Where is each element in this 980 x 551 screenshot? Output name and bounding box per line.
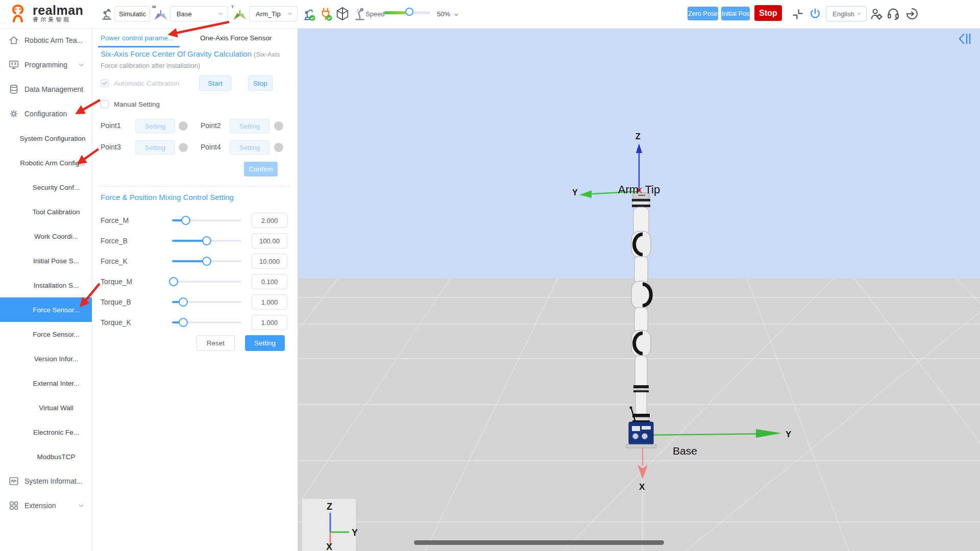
slider-fill xyxy=(172,260,207,262)
work-frame-value: Base xyxy=(177,10,192,18)
sidebar-item-force-sensor[interactable]: Force Sensor... xyxy=(0,297,92,322)
slider-value-input[interactable] xyxy=(252,254,287,269)
initial-pos-button[interactable]: Initial Pos xyxy=(721,7,750,20)
reset-button[interactable]: Reset xyxy=(197,335,235,351)
slider-label: Force_M xyxy=(101,213,129,228)
speed-percent: 50% xyxy=(437,10,450,18)
calibration-stop-button[interactable]: Stop xyxy=(248,76,273,91)
chevron-down-icon[interactable] xyxy=(453,12,459,18)
tab-one-axis-force-sensor[interactable]: One-Axis Force Sensor xyxy=(200,34,272,42)
brand-logo: realman 睿尔曼智能 xyxy=(7,3,83,24)
sidebar-item-modbustcp[interactable]: ModbusTCP xyxy=(0,444,92,469)
sidebar-item-system-informat[interactable]: System Informat... xyxy=(0,469,92,493)
slider-value-input[interactable] xyxy=(252,274,287,289)
connection-status-ok-icon[interactable] xyxy=(318,6,333,21)
slider-track[interactable] xyxy=(172,219,241,221)
mixing-slider-row-torque-b: Torque_B xyxy=(92,294,298,310)
slider-thumb[interactable] xyxy=(179,318,188,327)
sidebar-item-configuration[interactable]: Configuration xyxy=(0,102,92,126)
confirm-button[interactable]: Confirm xyxy=(244,162,278,177)
manual-setting-checkbox[interactable] xyxy=(101,100,109,108)
panel-collapse-icon[interactable] xyxy=(958,32,973,45)
stop-button[interactable]: Stop xyxy=(754,5,782,21)
point-label: Point3 xyxy=(101,143,121,151)
viewport-3d[interactable]: Y X Base xyxy=(298,28,980,551)
point-setting-button[interactable]: Setting xyxy=(230,119,270,133)
tool-frame-value: Arm_Tip xyxy=(256,10,281,18)
sidebar-item-robotic-arm-config[interactable]: Robotic Arm Config... xyxy=(0,151,92,175)
sidebar-item-security-conf[interactable]: Security Conf... xyxy=(0,175,92,199)
view-cube-icon[interactable] xyxy=(335,6,350,21)
sidebar-item-programming[interactable]: Programming xyxy=(0,53,92,77)
slider-track[interactable] xyxy=(172,301,241,303)
chevron-down-icon xyxy=(78,502,85,509)
sidebar-item-tool-calibration[interactable]: Tool Calibration xyxy=(0,199,92,224)
slider-track[interactable] xyxy=(172,281,241,283)
zero-pose-button[interactable]: Zero Pose xyxy=(688,7,718,20)
slider-thumb[interactable] xyxy=(202,257,211,266)
slider-value-input[interactable] xyxy=(252,213,287,228)
admin-user-icon[interactable] xyxy=(869,7,884,21)
power-icon[interactable] xyxy=(808,7,822,20)
grid-icon xyxy=(8,500,19,511)
headset-icon[interactable] xyxy=(886,7,900,21)
point-setting-button[interactable]: Setting xyxy=(135,119,175,133)
slider-thumb[interactable] xyxy=(181,216,190,225)
point-status-dot xyxy=(274,121,283,131)
sidebar-item-force-sensor[interactable]: Force Sensor... xyxy=(0,322,92,346)
sidebar-item-electronic-fe[interactable]: Electronic Fe... xyxy=(0,420,92,444)
slider-track[interactable] xyxy=(172,240,241,242)
sidebar-item-extension[interactable]: Extension xyxy=(0,493,92,518)
sidebar-item-work-coordi[interactable]: Work Coordi... xyxy=(0,224,92,248)
sidebar-item-robotic-arm-tea[interactable]: Robotic Arm Tea... xyxy=(0,28,92,53)
sidebar-item-label: Virtual Wall xyxy=(39,404,74,412)
slider-thumb[interactable] xyxy=(202,236,211,245)
horizontal-scrollbar[interactable] xyxy=(414,540,664,545)
mixing-slider-row-force-m: Force_M xyxy=(92,213,298,228)
point-status-dot xyxy=(179,121,188,131)
point-setting-button[interactable]: Setting xyxy=(230,140,270,155)
speed-label: Speed xyxy=(365,10,385,18)
point-setting-button[interactable]: Setting xyxy=(135,140,175,155)
work-frame-select[interactable]: Base xyxy=(170,6,228,21)
joint-connector-icon[interactable] xyxy=(791,8,804,21)
base-x-axis-label: X xyxy=(639,482,645,492)
sidebar-item-label: Configuration xyxy=(24,110,67,118)
speed-slider-thumb[interactable] xyxy=(405,8,413,16)
section-divider xyxy=(99,186,289,187)
tool-frame-select[interactable]: Arm_Tip xyxy=(249,6,298,21)
setting-button[interactable]: Setting xyxy=(245,335,285,351)
automatic-calibration-checkbox[interactable] xyxy=(101,79,109,87)
sidebar-item-version-infor[interactable]: Version Infor... xyxy=(0,346,92,371)
language-select[interactable]: English xyxy=(826,6,867,21)
active-tab-underline xyxy=(98,46,180,47)
gizmo-x-label: X xyxy=(326,542,332,551)
slider-track[interactable] xyxy=(172,321,241,323)
slider-value-input[interactable] xyxy=(252,294,287,310)
sidebar-item-system-configuration[interactable]: System Configuration xyxy=(0,126,92,151)
arm-status-ok-icon[interactable] xyxy=(301,6,316,21)
base-y-axis-label: Y xyxy=(786,430,792,439)
logout-icon[interactable] xyxy=(905,7,919,21)
sidebar-item-initial-pose-s[interactable]: Initial Pose S... xyxy=(0,248,92,273)
slider-track[interactable] xyxy=(172,260,241,262)
slider-value-input[interactable] xyxy=(252,233,287,248)
sidebar-item-label: System Configuration xyxy=(19,135,85,142)
slider-label: Torque_B xyxy=(101,294,131,310)
sidebar-item-label: External Inter... xyxy=(33,380,80,387)
mode-input[interactable] xyxy=(114,6,150,21)
calibration-start-button[interactable]: Start xyxy=(199,76,231,91)
slider-value-input[interactable] xyxy=(252,315,287,330)
sidebar-item-label: Programming xyxy=(24,61,67,69)
speed-slider[interactable] xyxy=(384,11,430,14)
sidebar-item-label: Data Management xyxy=(24,85,83,93)
sidebar-item-installation-s[interactable]: Installation S... xyxy=(0,273,92,297)
slider-thumb[interactable] xyxy=(179,297,188,307)
slider-thumb[interactable] xyxy=(169,277,178,286)
sidebar-item-external-inter[interactable]: External Inter... xyxy=(0,371,92,395)
tip-z-axis-label: Z xyxy=(635,132,641,141)
sidebar-item-virtual-wall[interactable]: Virtual Wall xyxy=(0,395,92,420)
sidebar-item-data-management[interactable]: Data Management xyxy=(0,77,92,102)
tab-power-control-parameters[interactable]: Power control parame... xyxy=(101,34,174,42)
arm-tip-frame-label: Arm_Tip xyxy=(618,183,660,196)
